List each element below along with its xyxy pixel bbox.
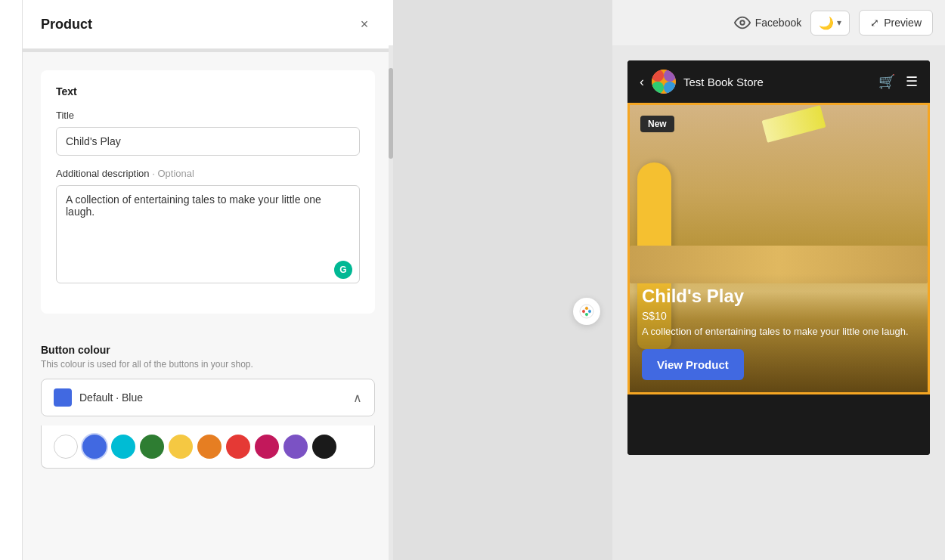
- svg-point-2: [588, 310, 591, 313]
- close-button[interactable]: ×: [354, 14, 375, 35]
- svg-point-3: [585, 307, 588, 310]
- preview-label: Preview: [884, 17, 922, 29]
- panel-title: Product: [41, 17, 92, 32]
- grammar-check-icon[interactable]: G: [334, 261, 352, 279]
- theme-toggle[interactable]: 🌙 ▾: [810, 11, 850, 36]
- center-gap: [393, 0, 612, 560]
- colour-pink[interactable]: [255, 435, 279, 459]
- chevron-up-icon: ∧: [353, 391, 362, 405]
- product-image-area: New Child's Play S$10 A collection of en…: [630, 105, 928, 392]
- menu-icon[interactable]: ☰: [906, 73, 918, 90]
- preview-content: ‹ Test Book Store 🛒 ☰: [612, 45, 945, 560]
- text-section-label: Text: [56, 85, 360, 97]
- puzzle-icon: [579, 304, 594, 319]
- preview-toolbar: Facebook 🌙 ▾ ⤢ Preview: [612, 0, 945, 45]
- colour-red[interactable]: [226, 435, 250, 459]
- button-colour-section: Button colour This colour is used for al…: [41, 329, 375, 469]
- svg-rect-9: [664, 70, 676, 82]
- dropdown-arrow: ▾: [837, 17, 841, 28]
- mobile-preview: ‹ Test Book Store 🛒 ☰: [627, 60, 930, 455]
- title-label: Title: [56, 110, 360, 121]
- facebook-label: Facebook: [734, 14, 801, 31]
- description-field-group: Additional description · Optional A coll…: [56, 168, 360, 286]
- svg-point-4: [585, 313, 588, 316]
- colour-dropdown[interactable]: Default · Blue ∧: [41, 379, 375, 416]
- new-badge: New: [640, 116, 674, 132]
- store-name: Test Book Store: [683, 76, 764, 88]
- moon-icon: 🌙: [819, 16, 834, 30]
- eye-icon: [734, 14, 751, 31]
- scroll-indicator: [23, 49, 393, 52]
- product-title: Child's Play: [642, 286, 916, 307]
- text-section: Text Title Additional description · Opti…: [41, 70, 375, 314]
- puzzle-icon-button[interactable]: [573, 298, 600, 325]
- center-area: [393, 0, 612, 560]
- store-avatar-img: [652, 70, 676, 94]
- svg-rect-10: [652, 82, 664, 94]
- colour-swatch-blue: [54, 388, 72, 407]
- colour-blue[interactable]: [82, 435, 107, 459]
- button-colour-desc: This colour is used for all of the butto…: [41, 359, 375, 370]
- expand-icon: ⤢: [870, 17, 879, 29]
- facebook-text: Facebook: [755, 17, 801, 29]
- colour-black[interactable]: [312, 435, 336, 459]
- description-label: Additional description · Optional: [56, 168, 360, 179]
- product-info-overlay: Child's Play S$10 A collection of entert…: [630, 274, 928, 392]
- svg-rect-8: [664, 82, 676, 94]
- mobile-nav: ‹ Test Book Store 🛒 ☰: [627, 60, 930, 103]
- back-arrow-icon[interactable]: ‹: [640, 74, 644, 90]
- product-description: A collection of entertaining tales to ma…: [642, 325, 916, 339]
- description-textarea-wrapper: A collection of entertaining tales to ma…: [56, 185, 360, 286]
- mobile-nav-left: ‹ Test Book Store: [640, 70, 764, 94]
- svg-rect-7: [652, 70, 664, 82]
- colour-dropdown-left: Default · Blue: [54, 388, 143, 407]
- dark-section: [627, 394, 930, 455]
- mobile-nav-right: 🛒 ☰: [878, 73, 918, 90]
- colour-palette: [41, 425, 375, 469]
- cart-icon[interactable]: 🛒: [878, 73, 895, 90]
- colour-green[interactable]: [140, 435, 164, 459]
- colour-purple[interactable]: [284, 435, 308, 459]
- left-sidebar: [0, 0, 23, 560]
- button-colour-header: Button colour This colour is used for al…: [41, 329, 375, 370]
- colour-teal[interactable]: [111, 435, 135, 459]
- title-input[interactable]: [56, 127, 360, 156]
- panel-header: Product ×: [23, 0, 393, 49]
- title-field-group: Title: [56, 110, 360, 156]
- store-avatar: [652, 70, 676, 94]
- view-product-button[interactable]: View Product: [642, 349, 744, 380]
- main-panel: Product × Text Title Additional descript…: [23, 0, 393, 560]
- colour-dropdown-label: Default · Blue: [79, 391, 143, 404]
- colour-yellow[interactable]: [169, 435, 193, 459]
- svg-point-1: [582, 310, 585, 313]
- svg-point-0: [580, 305, 593, 318]
- product-card: New Child's Play S$10 A collection of en…: [627, 103, 930, 394]
- colour-white[interactable]: [54, 435, 78, 459]
- product-price: S$10: [642, 310, 916, 322]
- preview-area: Facebook 🌙 ▾ ⤢ Preview ‹: [612, 0, 945, 560]
- preview-button[interactable]: ⤢ Preview: [859, 10, 933, 36]
- description-textarea[interactable]: A collection of entertaining tales to ma…: [56, 185, 360, 283]
- panel-content: Text Title Additional description · Opti…: [23, 52, 393, 560]
- button-colour-title: Button colour: [41, 344, 375, 356]
- colour-orange[interactable]: [197, 435, 222, 459]
- svg-point-5: [740, 20, 745, 25]
